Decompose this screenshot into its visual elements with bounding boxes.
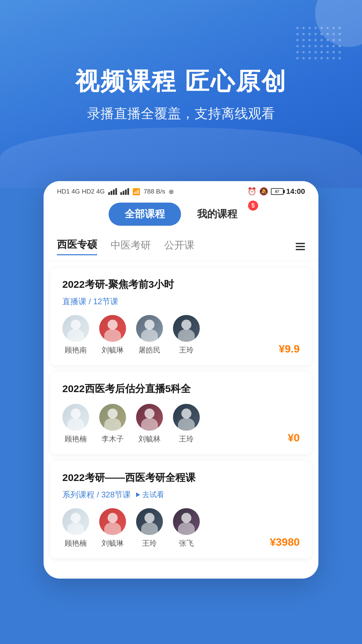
status-left: HD1 4G HD2 4G 📶 788 B/s ⊕ <box>57 188 174 196</box>
teacher-item: 顾艳楠 <box>62 404 89 444</box>
menu-line-1 <box>296 243 305 244</box>
battery-level: 87 <box>275 190 279 194</box>
menu-line-2 <box>296 246 305 247</box>
signal-icon: ⊕ <box>169 188 174 196</box>
teacher-name: 顾艳南 <box>65 345 87 355</box>
phone-card: HD1 4G HD2 4G 📶 788 B/s ⊕ ⏰ 🔕 87 <box>44 181 318 579</box>
avatar-guyanna <box>62 315 89 342</box>
tab-my-courses[interactable]: 我的课程 <box>181 203 253 226</box>
course-title-3: 2022考研——西医考研全程课 <box>62 471 300 485</box>
teacher-name: 李木子 <box>102 434 124 444</box>
cat-tab-xiyizhuanshuo[interactable]: 西医专硕 <box>57 238 97 255</box>
avatar-zhangfei <box>173 508 200 535</box>
teacher-name: 张飞 <box>179 538 194 548</box>
course-tag-1: 直播课 / 12节课 <box>62 296 300 307</box>
teacher-item: 张飞 <box>173 508 200 548</box>
avatar-tuhaomin <box>136 315 163 342</box>
hero-wave <box>0 127 362 188</box>
teacher-item: 王玲 <box>136 508 163 548</box>
avatar-wangling <box>173 315 200 342</box>
tab-all-courses[interactable]: 全部课程 <box>109 203 181 226</box>
avatar-liuyulin <box>99 315 126 342</box>
alarm-icon: ⏰ <box>247 187 256 196</box>
my-courses-badge-container: 我的课程 5 <box>181 203 253 226</box>
badge-count: 5 <box>248 201 258 211</box>
avatar-wangling2 <box>173 404 200 431</box>
avatar-liuyulin3 <box>99 508 126 535</box>
hero-dots: document.currentScript.insertAdjacentHTM… <box>296 27 342 60</box>
teacher-item: 李木子 <box>99 404 126 444</box>
course-card-2[interactable]: 2022西医考后估分直播5科全 顾艳楠 李木子 <box>50 372 312 454</box>
play-icon <box>136 492 140 497</box>
course-list: 2022考研-聚焦考前3小时 直播课 / 12节课 顾艳南 刘毓琳 <box>44 268 318 558</box>
teacher-item: 顾艳楠 <box>62 508 89 548</box>
speed-text: 788 B/s <box>144 188 165 195</box>
course-title-2: 2022西医考后估分直播5科全 <box>62 382 300 396</box>
status-right: ⏰ 🔕 87 14:00 <box>247 187 305 196</box>
category-menu-icon[interactable] <box>296 243 305 250</box>
wifi-icon: 📶 <box>132 188 140 196</box>
course-tag-row-3: 系列课程 / 328节课 去试看 <box>62 489 300 500</box>
course-price-2: ¥0 <box>288 432 300 444</box>
menu-line-3 <box>296 249 305 250</box>
avatar-wangling3 <box>136 508 163 535</box>
try-btn-3[interactable]: 去试看 <box>136 490 164 500</box>
course-card-1[interactable]: 2022考研-聚焦考前3小时 直播课 / 12节课 顾艳南 刘毓琳 <box>50 268 312 365</box>
main-tabs: 全部课程 我的课程 5 <box>44 199 318 232</box>
teacher-name: 屠皓民 <box>138 345 161 355</box>
mute-icon: 🔕 <box>259 187 268 196</box>
teacher-name: 王玲 <box>142 538 157 548</box>
hero-section: document.currentScript.insertAdjacentHTM… <box>0 0 362 188</box>
teacher-item: 王玲 <box>173 404 200 444</box>
teacher-row-2: 顾艳楠 李木子 刘毓林 <box>62 404 300 444</box>
teacher-name: 王玲 <box>179 434 194 444</box>
course-tag-3: 系列课程 / 328节课 <box>62 489 131 500</box>
hero-title: 视频课程 匠心原创 <box>75 65 287 98</box>
teacher-row-1: 顾艳南 刘毓琳 屠皓民 <box>62 315 300 355</box>
cat-tab-gongkaike[interactable]: 公开课 <box>164 238 194 255</box>
cat-tab-zhongyikaoyan[interactable]: 中医考研 <box>111 238 151 255</box>
battery-icon: 87 <box>271 188 284 195</box>
teacher-name: 王玲 <box>179 345 194 355</box>
teacher-item: 顾艳南 <box>62 315 89 355</box>
teacher-name: 顾艳楠 <box>65 434 87 444</box>
avatar-guyanlou3 <box>62 508 89 535</box>
signal-bars-2 <box>120 188 129 195</box>
status-bar: HD1 4G HD2 4G 📶 788 B/s ⊕ ⏰ 🔕 87 <box>44 181 318 199</box>
avatar-liuyulin2 <box>136 404 163 431</box>
course-price-1: ¥9.9 <box>279 343 300 355</box>
hero-subtitle: 录播直播全覆盖，支持离线观看 <box>87 104 275 123</box>
teacher-row-3: 顾艳楠 刘毓琳 王玲 <box>62 508 300 548</box>
teacher-item: 刘毓琳 <box>99 508 126 548</box>
teacher-name: 刘毓琳 <box>102 538 124 548</box>
time-display: 14:00 <box>286 187 305 196</box>
teacher-name: 顾艳楠 <box>65 538 87 548</box>
avatar-guyanlou <box>62 404 89 431</box>
status-network: HD1 4G HD2 4G <box>57 188 105 195</box>
teacher-name: 刘毓琳 <box>102 345 124 355</box>
teacher-item: 刘毓琳 <box>99 315 126 355</box>
teacher-item: 王玲 <box>173 315 200 355</box>
teacher-name: 刘毓林 <box>138 434 161 444</box>
avatar-limuzi <box>99 404 126 431</box>
course-card-3[interactable]: 2022考研——西医考研全程课 系列课程 / 328节课 去试看 顾艳楠 <box>50 461 312 558</box>
course-price-3: ¥3980 <box>270 536 300 548</box>
category-tabs: 西医专硕 中医考研 公开课 <box>44 232 318 261</box>
course-title-1: 2022考研-聚焦考前3小时 <box>62 278 300 291</box>
teacher-item: 屠皓民 <box>136 315 163 355</box>
teacher-item: 刘毓林 <box>136 404 163 444</box>
signal-bars <box>108 188 117 195</box>
